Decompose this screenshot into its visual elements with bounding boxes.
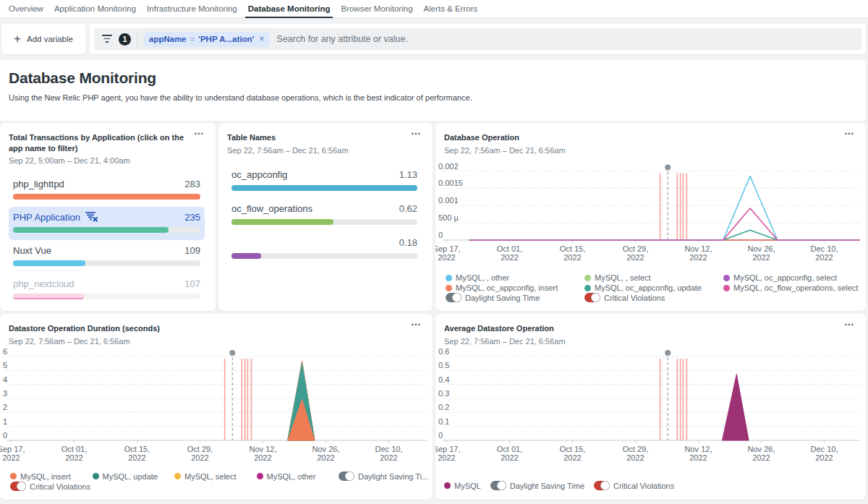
x-tick-label: 2022 xyxy=(317,453,334,462)
y-tick-label: 0.002 xyxy=(438,162,459,171)
table-bar-row[interactable]: 0.18 xyxy=(227,236,422,270)
legend-row: MySQLDaylight Saving TimeCritical Violat… xyxy=(435,480,866,491)
tab-overview[interactable]: Overview xyxy=(7,0,45,17)
y-tick-label: 0.3 xyxy=(438,389,449,398)
tab-database-monitoring[interactable]: Database Monitoring xyxy=(247,0,332,17)
x-tick-label: 2022 xyxy=(563,453,581,462)
legend-toggle-item[interactable]: Daylight Saving Time xyxy=(446,293,584,302)
panel-title: Total Transactions by Application (click… xyxy=(9,132,191,153)
y-tick-label: 0 xyxy=(438,231,443,239)
tab-infrastructure-monitoring[interactable]: Infrastructure Monitoring xyxy=(145,0,239,17)
bar-track xyxy=(13,227,200,233)
filter-toolbar: + Add variable 1 appName = 'PHP A...atio… xyxy=(0,18,868,60)
legend-series-item[interactable]: MySQL, , select xyxy=(584,273,723,282)
legend-series-item[interactable]: MySQL, other xyxy=(257,472,339,481)
chip-remove-icon[interactable]: × xyxy=(259,34,264,44)
bar-label-text: php_lighttpd xyxy=(13,179,64,189)
legend-series-item[interactable]: MySQL, oc_flow_operations, select xyxy=(723,283,862,292)
divider xyxy=(137,32,137,46)
panel-menu-icon[interactable]: ⋯ xyxy=(194,128,205,138)
legend-toggle-item[interactable]: Daylight Saving Time xyxy=(490,481,584,490)
series-line xyxy=(469,208,860,240)
legend-toggle[interactable] xyxy=(339,471,354,481)
chart-legend: MySQL, insertMySQL, updateMySQL, selectM… xyxy=(0,471,433,491)
legend-series-item[interactable]: MySQL, , other xyxy=(446,273,584,282)
app-bar-row[interactable]: php_lighttpd283 xyxy=(9,174,205,207)
panel-menu-icon[interactable]: ⋯ xyxy=(844,319,855,329)
legend-label: MySQL xyxy=(454,482,481,490)
legend-label: Critical Violations xyxy=(604,294,665,302)
x-tick-label: 2022 xyxy=(752,253,770,262)
search-field[interactable]: 1 appName = 'PHP A...ation' × xyxy=(94,28,861,50)
panel-menu-icon[interactable]: ⋯ xyxy=(411,319,422,329)
bar-label-text: PHP Application xyxy=(13,212,80,223)
add-variable-button[interactable]: + Add variable xyxy=(1,24,85,54)
tab-alerts-errors[interactable]: Alerts & Errors xyxy=(422,0,480,17)
x-tick-label: 2022 xyxy=(752,453,770,462)
legend-series-item[interactable]: MySQL, oc_appconfig, select xyxy=(723,273,862,282)
bar-fill xyxy=(231,185,417,191)
filter-chip-appname[interactable]: appName = 'PHP A...ation' × xyxy=(144,32,270,47)
filter-funnel-icon[interactable] xyxy=(102,35,112,43)
legend-toggle[interactable] xyxy=(594,481,610,490)
app-bar-row[interactable]: Nuxt Vue109 xyxy=(9,240,205,273)
x-tick-label: 2022 xyxy=(438,453,455,462)
legend-dot xyxy=(584,275,591,281)
panel-time-range: Sep 22, 7:56am – Dec 21, 6:56am xyxy=(9,337,408,346)
toggle-knob xyxy=(17,482,26,491)
panel-menu-icon[interactable]: ⋯ xyxy=(844,128,855,138)
bar-fill xyxy=(13,294,84,299)
x-tick-label: Dec 10, xyxy=(811,244,838,253)
x-tick-label: 2022 xyxy=(2,453,20,462)
legend-label: MySQL, oc_appconfig, update xyxy=(595,283,702,292)
y-tick-label: 0.1 xyxy=(438,417,449,426)
legend-label: Critical Violations xyxy=(613,482,674,490)
panel-time-range: Sep 22, 7:56am – Dec 21, 6:56am xyxy=(444,337,841,346)
legend-label: Daylight Saving Time xyxy=(510,482,584,490)
legend-series-item[interactable]: MySQL, oc_appconfig, insert xyxy=(446,283,584,292)
bar-value: 0.18 xyxy=(399,237,417,248)
app-bar-row[interactable]: PHP Application235 xyxy=(9,207,205,240)
table-bar-row[interactable]: oc_flow_operations0.62 xyxy=(227,202,422,236)
legend-toggle[interactable] xyxy=(446,293,461,302)
legend-row: MySQL, oc_appconfig, insertMySQL, oc_app… xyxy=(435,283,866,293)
toggle-knob xyxy=(345,471,354,481)
x-tick-label: Oct 29, xyxy=(187,445,213,453)
tab-browser-monitoring[interactable]: Browser Monitoring xyxy=(339,0,414,17)
x-tick-label: 2022 xyxy=(501,253,518,262)
x-tick-label: Nov 12, xyxy=(685,445,712,453)
legend-toggle[interactable] xyxy=(490,481,506,490)
x-tick-label: 2022 xyxy=(438,253,455,262)
legend-row: MySQL, , otherMySQL, , selectMySQL, oc_a… xyxy=(435,273,866,283)
legend-toggle[interactable] xyxy=(10,482,26,491)
bar-label: PHP Application xyxy=(13,211,98,224)
legend-series-item[interactable]: MySQL, insert xyxy=(10,472,93,481)
table-bar-row[interactable]: oc_appconfig1.13 xyxy=(227,168,422,202)
legend-toggle-item[interactable]: Critical Violations xyxy=(10,482,93,491)
legend-toggle-item[interactable]: Critical Violations xyxy=(584,293,723,302)
filter-remove-icon[interactable] xyxy=(85,211,98,222)
filter-remove-icon[interactable] xyxy=(85,211,98,224)
x-tick-label: 2022 xyxy=(815,453,833,462)
legend-series-item[interactable]: MySQL, select xyxy=(174,472,257,481)
legend-toggle-item[interactable]: Critical Violations xyxy=(594,481,674,490)
bar-row-line1: php_nextcloud107 xyxy=(13,278,200,290)
add-variable-label: Add variable xyxy=(27,35,73,43)
panel-menu-icon[interactable]: ⋯ xyxy=(411,128,422,138)
legend-toggle[interactable] xyxy=(584,293,600,302)
legend-series-item[interactable]: MySQL, oc_appconfig, update xyxy=(584,283,723,292)
legend-series-item[interactable]: MySQL, update xyxy=(93,472,175,481)
y-tick-label: 0.6 xyxy=(438,347,449,356)
filter-search-bar: 1 appName = 'PHP A...ation' × xyxy=(90,24,866,54)
app-bar-row[interactable]: php_nextcloud107 xyxy=(9,273,205,307)
bar-row-line1: oc_flow_operations0.62 xyxy=(231,202,417,214)
legend-series-item[interactable]: MySQL xyxy=(444,482,481,490)
search-input[interactable] xyxy=(277,34,857,44)
bar-track xyxy=(231,185,417,191)
dst-marker-dot xyxy=(665,350,671,356)
legend-dot xyxy=(444,482,451,489)
legend-toggle-item[interactable]: Daylight Saving Ti... xyxy=(339,471,421,481)
tab-application-monitoring[interactable]: Application Monitoring xyxy=(53,0,137,17)
chip-key: appName xyxy=(149,35,187,43)
panel-database-operation: Database OperationSep 22, 7:56am – Dec 2… xyxy=(435,123,866,311)
